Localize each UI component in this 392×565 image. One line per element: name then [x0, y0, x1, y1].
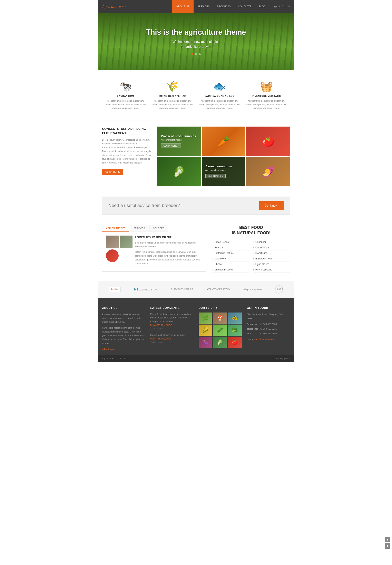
- partner-m4: M4 CONSECTETUR: [134, 288, 157, 291]
- logo[interactable]: Agriculture co.: [102, 4, 172, 9]
- feature-cow-icon: 🐄: [104, 81, 147, 92]
- best-food-title: BEST FOODIS NATURAL FOOD!: [212, 225, 290, 235]
- hero-dot-3[interactable]: [199, 53, 201, 55]
- avatar-1: [106, 235, 119, 248]
- feature-wheat-icon: 🌾: [151, 81, 194, 92]
- grid-overlay-title-1: Praesent vestib lumoles: [161, 134, 197, 138]
- footer-flickr-title: OUR FLICKR: [199, 306, 242, 309]
- footer-comments-title: LATEST COMMENTS: [150, 306, 193, 309]
- nav-blog[interactable]: BLOG: [255, 0, 269, 13]
- footer-bottom: Agriculture Co. © 2013 Privacy policy: [98, 355, 294, 362]
- social-icons: g+ t f p in: [274, 5, 290, 8]
- food-col-1: ›Broad Beans ›Broccoli ›Buttercup Lettuc…: [212, 239, 249, 273]
- social-facebook-icon[interactable]: f: [282, 5, 282, 8]
- flickr-img-9[interactable]: 🍅: [228, 337, 242, 348]
- footer-comments: LATEST COMMENTS Fusce feugiat malesuada …: [150, 306, 193, 351]
- flickr-img-4[interactable]: 🌽: [199, 325, 212, 336]
- footer-contact-title: GET IN TOUCH: [247, 306, 290, 309]
- flickr-img-1[interactable]: 🌿: [199, 313, 212, 324]
- mid-left: CONSECTETUER ADIPISCING ELIT PRAESENT Lo…: [102, 126, 157, 186]
- mid-section: CONSECTETUER ADIPISCING ELIT PRAESENT Lo…: [98, 120, 294, 194]
- fax-label: FAX:: [247, 331, 258, 336]
- social-twitter-icon[interactable]: t: [279, 5, 280, 8]
- comment-2-time: 155 days ago: [150, 341, 163, 343]
- avatar-2: [120, 235, 132, 248]
- grid-overlay-sub-1: Aeneanendrerit mauris: [161, 139, 197, 141]
- social-linkedin-icon[interactable]: in: [288, 5, 290, 8]
- tabs-container: AGRICULTURISTS SERVICES COURSES LOREM IP…: [102, 225, 206, 273]
- comment-2-link[interactable]: http://4765gf0hyo96EnF: [150, 338, 193, 340]
- food-item-7: ›Coriander: [253, 239, 290, 245]
- learn-more-button-1[interactable]: LEARN MORE ›: [161, 143, 181, 148]
- partner-lasra: LASRA: [275, 285, 283, 293]
- flickr-img-3[interactable]: 🐠: [228, 313, 242, 324]
- food-item-3: ›Buttercup Lettuce: [212, 250, 249, 256]
- partner-aliquam: Aliquam sphere: [243, 288, 262, 291]
- flickr-img-6[interactable]: 🥦: [228, 325, 242, 336]
- feature-laudantium: 🐄 LAUDANTIUM Accusantium doloremque laud…: [104, 81, 147, 110]
- footer-about: ABOUT US Praesent vibutum molestie lacue…: [102, 306, 145, 351]
- feature-title-2: TOTAM REM APERIAM: [151, 95, 194, 97]
- click-here-button[interactable]: CLICK HERE: [102, 169, 123, 175]
- hero-arrow-left[interactable]: ‹: [101, 38, 103, 45]
- tab-services[interactable]: SERVICES: [130, 225, 149, 232]
- learn-more-button-2[interactable]: LEARN MORE ›: [205, 174, 226, 179]
- feature-text-4: Accusantium doloremque laudantium, totam…: [245, 99, 288, 110]
- food-item-1: ›Broad Beans: [212, 239, 249, 245]
- hero-subtitle: We implement new technologiesfor agricul…: [172, 39, 220, 49]
- tab-courses[interactable]: COURSES: [149, 225, 168, 232]
- flickr-img-7[interactable]: 🍆: [199, 337, 212, 348]
- food-item-12: ›Hoyt Soybeans: [253, 267, 290, 273]
- comment-1: Fusce feugiat malesuada odio. gravida at…: [150, 313, 193, 330]
- footer-about-text1: Praesent vibutum molestie lacue nam nonu…: [102, 313, 145, 324]
- comment-2-text: Maecenas tristique orc ac sem uis.: [150, 333, 193, 337]
- get-it-now-button[interactable]: Get it now!: [259, 201, 284, 210]
- navigation: ABOUT US SERVICES PRODUCTS CONTACTS BLOG…: [172, 0, 290, 13]
- nav-products[interactable]: PRODUCTS: [213, 0, 234, 13]
- flickr-grid: 🌿 🍄 🐠 🌽 🥒 🥦 🍆 🥬 🍅: [199, 313, 242, 348]
- nav-about-us[interactable]: ABOUT US: [172, 0, 194, 13]
- comment-1-time: 145 days ago: [150, 328, 163, 330]
- email-link[interactable]: mail@demolink.org: [254, 338, 274, 340]
- privacy-policy-link[interactable]: Privacy policy: [276, 357, 290, 360]
- hero-dot-2[interactable]: [195, 53, 197, 55]
- hero-section: This is the agriculture theme We impleme…: [98, 13, 294, 70]
- hero-dot-1[interactable]: [191, 53, 193, 55]
- read-more-link[interactable]: › Read more: [102, 348, 114, 350]
- nav-contacts[interactable]: CONTACTS: [234, 0, 255, 13]
- feature-totam: 🌾 TOTAM REM APERIAM Accusantium doloremq…: [151, 81, 194, 110]
- copyright: Agriculture Co. © 2013: [102, 357, 125, 360]
- nav-services[interactable]: SERVICES: [194, 0, 213, 13]
- tab-content: LOREM IPSUM DOLOR SIT Sed ut perspiciati…: [102, 232, 206, 272]
- social-google-icon[interactable]: g+: [274, 5, 277, 8]
- footer-flickr: OUR FLICKR 🌿 🍄 🐠 🌽 🥒 🥦 🍆 🥬 🍅: [199, 306, 242, 351]
- comment-1-link[interactable]: http://4765gf0hyo96EnF: [150, 324, 193, 326]
- grid-item-overlay-1: Praesent vestib lumoles Aeneanendrerit m…: [157, 126, 201, 156]
- flickr-img-8[interactable]: 🥬: [213, 337, 227, 348]
- freephone-label: Freephone:: [247, 322, 258, 326]
- social-pinterest-icon[interactable]: p: [285, 5, 286, 8]
- food-item-10: ›Earlgreen Peas: [253, 256, 290, 262]
- feature-title-1: LAUDANTIUM: [104, 95, 147, 97]
- feature-eaqipsa: 🐟 EAQIPSA QUAE ABILLO Accusantium dolore…: [198, 81, 241, 110]
- flickr-img-5[interactable]: 🥒: [213, 325, 227, 336]
- tab-agriculturists[interactable]: AGRICULTURISTS: [102, 225, 129, 232]
- food-item-5: ›Chervil: [212, 262, 249, 267]
- mid-section-title: CONSECTETUER ADIPISCING ELIT PRAESENT: [102, 126, 152, 135]
- hero-arrow-right[interactable]: ›: [289, 38, 291, 45]
- tab-content-text1: Sed ut perspiciatis unde omnis iste natu…: [135, 241, 202, 248]
- grid-item-overlay-2: Aenean nonummy Aeneanendrerit mauris LEA…: [202, 157, 246, 186]
- grid-overlay-sub-2: Aeneanendrerit mauris: [205, 169, 242, 171]
- grid-item-carrots: 🥕: [202, 126, 246, 156]
- food-item-2: ›Broccoli: [212, 245, 249, 250]
- tab-buttons: AGRICULTURISTS SERVICES COURSES: [102, 225, 206, 232]
- footer-about-title: ABOUT US: [102, 306, 145, 309]
- food-item-8: ›Dwarf Wheat: [253, 245, 290, 250]
- avatar-3: [106, 249, 119, 262]
- freephone-val: +1 800 559 6080: [260, 322, 290, 326]
- food-item-6: ›Chinese Broccoli: [212, 267, 249, 273]
- footer-contact: GET IN TOUCH 8901 Marmora Road, Glasgow,…: [247, 306, 290, 351]
- flickr-img-2[interactable]: 🍄: [213, 313, 227, 324]
- feature-title-4: INVENTORE VERITATIS: [245, 95, 288, 97]
- feature-text-3: Accusantium doloremque laudantium, totam…: [198, 99, 241, 110]
